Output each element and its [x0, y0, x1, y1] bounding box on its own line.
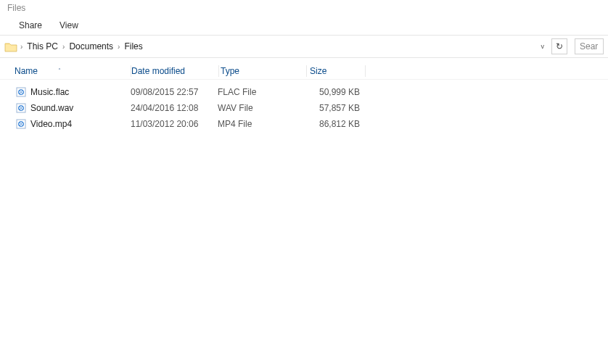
file-date: 09/08/2015 22:57 — [131, 87, 218, 97]
header-date[interactable]: Date modified — [131, 66, 218, 76]
svg-point-5 — [20, 107, 22, 109]
header-size[interactable]: Size — [307, 66, 365, 76]
chevron-right-icon[interactable]: › — [17, 43, 25, 51]
svg-point-2 — [20, 91, 22, 93]
file-size: 50,999 KB — [305, 87, 363, 97]
search-placeholder: Sear — [580, 41, 598, 51]
addr-divider — [0, 57, 608, 58]
sort-asc-icon: ˄ — [58, 67, 61, 74]
table-row[interactable]: Sound.wav 24/04/2016 12:08 WAV File 57,8… — [0, 100, 608, 116]
chevron-right-icon[interactable]: › — [59, 43, 67, 51]
media-file-icon — [16, 87, 26, 97]
chevron-right-icon[interactable]: › — [115, 43, 123, 51]
table-row[interactable]: Video.mp4 11/03/2012 20:06 MP4 File 86,8… — [0, 116, 608, 132]
address-dropdown-button[interactable]: v — [537, 40, 549, 53]
search-input[interactable]: Sear — [575, 38, 604, 54]
refresh-button[interactable]: ↻ — [551, 38, 567, 54]
file-date: 11/03/2012 20:06 — [131, 119, 218, 129]
window-title: Files — [0, 0, 608, 17]
file-name: Video.mp4 — [30, 119, 72, 129]
svg-point-8 — [20, 123, 22, 125]
refresh-icon: ↻ — [556, 41, 563, 51]
breadcrumb-item-files[interactable]: Files — [123, 41, 144, 52]
tab-view[interactable]: View — [59, 20, 78, 30]
header-name[interactable]: Name ˄ — [0, 66, 131, 76]
file-list: Music.flac 09/08/2015 22:57 FLAC File 50… — [0, 80, 608, 132]
file-type: FLAC File — [218, 87, 305, 97]
file-size: 57,857 KB — [305, 103, 363, 113]
media-file-icon — [16, 119, 26, 129]
breadcrumb[interactable]: › This PC › Documents › Files — [4, 41, 533, 52]
breadcrumb-item-documents[interactable]: Documents — [67, 41, 115, 52]
file-size: 86,812 KB — [305, 119, 363, 129]
file-name: Sound.wav — [30, 103, 73, 113]
media-file-icon — [16, 103, 26, 113]
column-headers: Name ˄ Date modified Type Size — [0, 62, 608, 80]
table-row[interactable]: Music.flac 09/08/2015 22:57 FLAC File 50… — [0, 84, 608, 100]
header-name-label: Name — [15, 66, 38, 76]
file-type: MP4 File — [218, 119, 305, 129]
file-date: 24/04/2016 12:08 — [131, 103, 218, 113]
header-type[interactable]: Type — [219, 66, 306, 76]
breadcrumb-item-thispc[interactable]: This PC — [25, 41, 59, 52]
tab-share[interactable]: Share — [19, 20, 42, 30]
file-type: WAV File — [218, 103, 305, 113]
folder-icon — [4, 41, 17, 52]
ribbon-tabs: Share View — [0, 17, 608, 35]
address-bar-row: › This PC › Documents › Files v ↻ Sear — [0, 36, 608, 57]
file-name: Music.flac — [30, 87, 69, 97]
column-separator[interactable] — [365, 65, 366, 77]
